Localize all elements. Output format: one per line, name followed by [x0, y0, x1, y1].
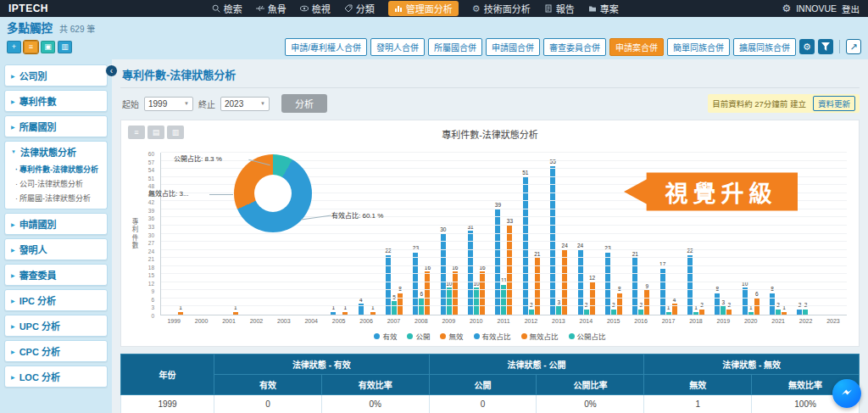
- nav-item-project[interactable]: 專案: [588, 2, 619, 15]
- y-tick-label: 57: [136, 159, 154, 165]
- sidebar-item-upc[interactable]: ▶ UPC 分析: [4, 315, 108, 337]
- grid-icon-button[interactable]: ▣: [41, 41, 55, 53]
- nav-item-view[interactable]: 檢視: [300, 2, 331, 15]
- legend-item-有效[interactable]: 有效: [374, 331, 397, 341]
- bar-公開-2008[interactable]: 6: [419, 299, 424, 315]
- merge-examiner-button[interactable]: 審查委員合併: [543, 38, 606, 56]
- bar-有效-2017[interactable]: 17: [660, 269, 665, 315]
- export-button[interactable]: ↗: [846, 39, 861, 54]
- nav-item-search[interactable]: 檢索: [212, 2, 242, 15]
- legal-status-table-body: 199900%00%1100%200000%00%00%: [121, 395, 860, 413]
- legend-item-有效占比[interactable]: 有效占比: [474, 331, 511, 341]
- sidebar-subitem-country-legal[interactable]: 所屬國-法律狀態分析: [10, 191, 104, 205]
- nav-item-technical-analysis[interactable]: ⚙ 技術面分析: [472, 2, 531, 15]
- analyze-button[interactable]: 分析: [281, 94, 327, 113]
- legend-item-無效[interactable]: 無效: [440, 331, 463, 341]
- bar-無效-2016[interactable]: 9: [644, 290, 649, 315]
- bar-無效-2019[interactable]: 2: [726, 310, 732, 315]
- bar-公開-2010[interactable]: 10: [474, 287, 479, 315]
- bar-有效-2019[interactable]: 8: [715, 293, 720, 315]
- bar-有效-2009[interactable]: 30: [441, 234, 446, 315]
- sidebar-item-country[interactable]: ▶ 所屬國別: [4, 115, 108, 137]
- bar-有效-2005[interactable]: 1: [331, 312, 336, 315]
- bar-無效-2020[interactable]: 6: [754, 299, 760, 315]
- sidebar-item-loc[interactable]: ▶ LOC 分析: [4, 366, 108, 388]
- bar-公開-2009[interactable]: 10: [447, 287, 452, 315]
- add-icon-button[interactable]: +: [7, 41, 21, 53]
- settings-button[interactable]: ⚙: [799, 39, 815, 54]
- bar-無效-2015[interactable]: 8: [617, 293, 622, 315]
- legend-dot: [569, 333, 575, 339]
- bar-有效-2020[interactable]: 10: [743, 287, 748, 315]
- legend-item-公開[interactable]: 公開: [407, 331, 430, 341]
- bar-公開-2020[interactable]: 1: [748, 312, 754, 315]
- messenger-chat-button[interactable]: [832, 379, 861, 408]
- sidebar-subitem-patent-count-legal[interactable]: 專利件數-法律狀態分析: [10, 162, 104, 176]
- nav-item-management-analysis[interactable]: 管理面分析: [388, 1, 459, 16]
- x-tick-label: 2016: [627, 318, 654, 324]
- sidebar-item-cpc[interactable]: ▶ CPC 分析: [4, 340, 108, 362]
- bar-無效-2021[interactable]: 1: [782, 312, 787, 315]
- chart-icon-button[interactable]: ▥: [58, 41, 72, 53]
- merge-inventor-button[interactable]: 發明人合併: [370, 38, 425, 56]
- end-year-select[interactable]: 2023 ▼: [220, 97, 270, 111]
- merge-extended-family-button[interactable]: 擴展同族合併: [733, 38, 796, 56]
- bar-無效-2007[interactable]: 8: [398, 293, 403, 315]
- chart-menu-button[interactable]: ≡: [128, 126, 145, 139]
- bar-無效-2006[interactable]: 1: [370, 312, 376, 315]
- nav-item-fishbone[interactable]: 魚骨: [256, 2, 287, 15]
- bar-公開-2017[interactable]: 1: [666, 312, 671, 315]
- sidebar-subitem-company-legal[interactable]: 公司-法律狀態分析: [10, 176, 104, 191]
- sidebar-subpanel: 專利件數-法律狀態分析 公司-法律狀態分析 所屬國-法律狀態分析: [4, 162, 108, 209]
- sidebar-collapse-button[interactable]: ‹: [105, 64, 118, 77]
- chart-download-button[interactable]: ▥: [167, 126, 184, 139]
- y-tick-label: 0: [136, 313, 154, 319]
- start-year-select[interactable]: 1999 ▼: [144, 97, 193, 111]
- highlight-icon-button[interactable]: ≡: [24, 41, 38, 53]
- bar-無效-2018[interactable]: 2: [699, 310, 704, 315]
- chart-type-button[interactable]: ▤: [147, 126, 164, 139]
- filter-button[interactable]: [818, 39, 833, 54]
- merge-filing-country-button[interactable]: 申請國合併: [486, 38, 540, 56]
- bar-公開-2019[interactable]: 3: [721, 306, 726, 315]
- bar-公開-2016[interactable]: 2: [638, 310, 643, 315]
- bar-公開-2013[interactable]: 3: [556, 306, 561, 315]
- bar-有效-2022[interactable]: 2: [797, 310, 802, 315]
- sidebar-item-ipc[interactable]: ▶ IPC 分析: [4, 289, 108, 311]
- bar-無效-2005[interactable]: 1: [342, 312, 348, 315]
- sidebar-item-examiner[interactable]: ▶ 審查委員: [4, 264, 108, 286]
- bar-有效-2012[interactable]: 51: [523, 177, 528, 315]
- donut-chart[interactable]: [234, 154, 312, 232]
- sidebar-item-inventor[interactable]: ▶ 發明人: [4, 238, 108, 260]
- bar-公開-2021[interactable]: 2: [776, 310, 781, 315]
- refresh-data-button[interactable]: 資料更新: [813, 96, 855, 111]
- bar-無效-1999[interactable]: 1: [178, 312, 183, 315]
- sidebar-item-filing-country[interactable]: ▶ 申請國別: [4, 213, 108, 235]
- merge-applicant-button[interactable]: 申請/專利權人合併: [285, 38, 367, 56]
- bar-公開-2014[interactable]: 2: [584, 310, 589, 315]
- nav-item-report[interactable]: 報告: [544, 2, 575, 15]
- bar-無效-2014[interactable]: 12: [590, 282, 595, 315]
- bar-公開-2018[interactable]: 1: [693, 312, 698, 315]
- bar-公開-2012[interactable]: 2: [529, 310, 534, 315]
- legend-item-公開占比[interactable]: 公開占比: [569, 331, 606, 341]
- bar-無效-2011[interactable]: 33: [507, 226, 512, 315]
- bar-公開-2007[interactable]: 5: [392, 301, 397, 315]
- bar-公開-2015[interactable]: 2: [611, 310, 616, 315]
- settings-gear-icon[interactable]: ⚙: [782, 3, 791, 14]
- bar-無效-2001[interactable]: 1: [233, 312, 238, 315]
- bar-公開-2022[interactable]: 2: [803, 310, 808, 315]
- bar-無效-2010[interactable]: 16: [480, 271, 485, 315]
- merge-country-button[interactable]: 所屬國合併: [428, 38, 482, 56]
- bar-無效-2008[interactable]: 16: [425, 271, 430, 315]
- sidebar-item-legal-status[interactable]: ▼ 法律狀態分析: [4, 141, 108, 162]
- bar-無效-2009[interactable]: 16: [453, 271, 458, 315]
- bar-有效-2021[interactable]: 8: [770, 293, 775, 315]
- nav-item-classify[interactable]: 分類: [344, 2, 375, 15]
- legend-item-無效占比[interactable]: 無效占比: [521, 331, 559, 341]
- logout-link[interactable]: 登出: [842, 3, 860, 15]
- sidebar-item-patent-count[interactable]: ▶ 專利件數: [4, 90, 108, 112]
- merge-application-button[interactable]: 申請案合併: [609, 38, 664, 56]
- merge-simple-family-button[interactable]: 簡單同族合併: [667, 38, 730, 56]
- sidebar-item-company[interactable]: ▶ 公司別: [4, 64, 108, 87]
